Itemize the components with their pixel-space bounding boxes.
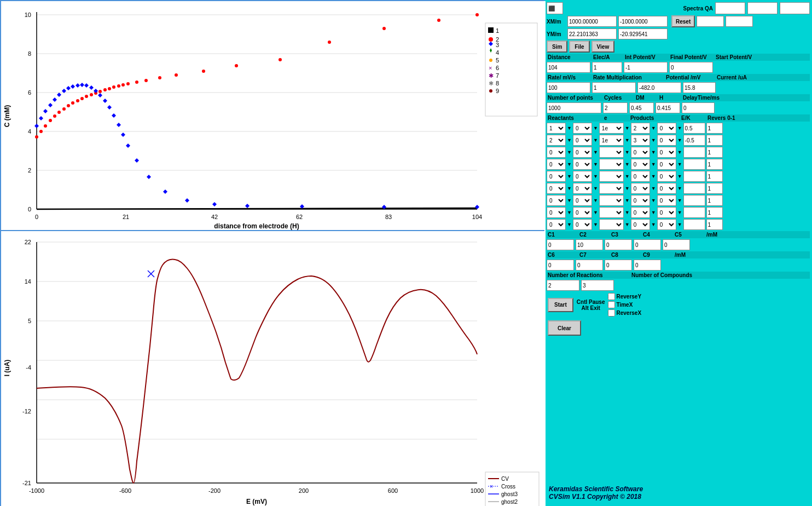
- icon-input[interactable]: [547, 2, 563, 14]
- r7-rev-input[interactable]: [706, 195, 723, 206]
- r9-ek-input[interactable]: [683, 219, 705, 230]
- clear-button[interactable]: Clear: [548, 320, 581, 336]
- current-input[interactable]: 15.8: [683, 82, 716, 93]
- r6-p1-select[interactable]: 0: [631, 183, 650, 194]
- spectra-qa-input1[interactable]: [715, 2, 745, 14]
- h-input[interactable]: 0.415: [656, 102, 680, 113]
- c2-input[interactable]: [576, 239, 603, 250]
- num-compounds-input[interactable]: 3: [581, 280, 614, 291]
- r1-p1-select[interactable]: 2013: [631, 123, 650, 134]
- r8-r1-select[interactable]: 0: [547, 207, 566, 218]
- ym-input1[interactable]: 22.2101363: [567, 28, 617, 39]
- r9-rev-input[interactable]: [706, 219, 723, 230]
- r8-ek-input[interactable]: [683, 207, 705, 218]
- r8-p1-select[interactable]: 0: [631, 207, 650, 218]
- c9-input[interactable]: [634, 260, 661, 271]
- num-reactions-input[interactable]: 2: [547, 280, 579, 291]
- r9-e-select[interactable]: [599, 219, 624, 230]
- file-button[interactable]: File: [569, 41, 589, 53]
- r4-r2-select[interactable]: 0: [573, 159, 592, 170]
- r8-r2-select[interactable]: 0: [573, 207, 592, 218]
- r4-e-select[interactable]: [599, 159, 624, 170]
- r4-rev-input[interactable]: [706, 159, 723, 170]
- xm-input1[interactable]: 1000.00000: [567, 16, 617, 27]
- r3-ek-input[interactable]: [683, 147, 705, 158]
- reverse-y-checkbox[interactable]: [608, 293, 615, 300]
- r1-p2-select[interactable]: 012: [657, 123, 676, 134]
- r2-r1-select[interactable]: 2013: [547, 135, 566, 146]
- r5-e-select[interactable]: [599, 171, 624, 182]
- r3-rev-input[interactable]: [706, 147, 723, 158]
- rate-input[interactable]: 100: [547, 82, 590, 93]
- ym-input2[interactable]: -20.929541: [618, 28, 668, 39]
- num-points-input[interactable]: 1000: [547, 102, 601, 113]
- r7-p2-select[interactable]: 0: [657, 195, 676, 206]
- r2-p2-select[interactable]: 012: [657, 135, 676, 146]
- c1-input[interactable]: [547, 239, 574, 250]
- r6-e-select[interactable]: [599, 183, 624, 194]
- r2-ek-input[interactable]: [683, 135, 705, 146]
- r7-ek-input[interactable]: [683, 195, 705, 206]
- view-button[interactable]: View: [591, 41, 615, 53]
- r5-rev-input[interactable]: [706, 171, 723, 182]
- sim-button[interactable]: Sim: [547, 41, 567, 53]
- xm-input2[interactable]: -1000.0000: [618, 16, 668, 27]
- r4-p1-select[interactable]: 0: [631, 159, 650, 170]
- elec-a-input[interactable]: 1: [592, 62, 622, 73]
- r7-e-select[interactable]: [599, 195, 624, 206]
- r4-r1-select[interactable]: 0: [547, 159, 566, 170]
- r9-r2-select[interactable]: 0: [573, 219, 592, 230]
- c4-input[interactable]: [634, 239, 661, 250]
- r7-r2-select[interactable]: 0: [573, 195, 592, 206]
- reverse-x-checkbox[interactable]: [608, 309, 615, 317]
- r9-p2-select[interactable]: 0: [657, 219, 676, 230]
- r5-p1-select[interactable]: 0: [631, 171, 650, 182]
- c6-input[interactable]: [547, 260, 574, 271]
- spectra-qa-input2[interactable]: [747, 2, 778, 14]
- distance-input[interactable]: 104: [547, 62, 590, 73]
- r6-ek-input[interactable]: [683, 183, 705, 194]
- r9-p1-select[interactable]: 0: [631, 219, 650, 230]
- r1-r2-select[interactable]: 012: [573, 123, 592, 134]
- c8-input[interactable]: [605, 260, 632, 271]
- r9-r1-select[interactable]: 0: [547, 219, 566, 230]
- start-button[interactable]: Start: [548, 298, 573, 312]
- r5-r2-select[interactable]: 0: [573, 171, 592, 182]
- r5-p2-select[interactable]: 0: [657, 171, 676, 182]
- r1-r1-select[interactable]: 1023: [547, 123, 566, 134]
- spectra-qa-input3[interactable]: [780, 2, 810, 14]
- potential-input[interactable]: -482.0: [637, 82, 681, 93]
- r4-p2-select[interactable]: 0: [657, 159, 676, 170]
- r6-r1-select[interactable]: 0: [547, 183, 566, 194]
- r8-rev-input[interactable]: [706, 207, 723, 218]
- r3-e-select[interactable]: [599, 147, 624, 158]
- r8-e-select[interactable]: [599, 207, 624, 218]
- r1-rev-input[interactable]: [706, 123, 723, 134]
- r3-p1-select[interactable]: 0: [631, 147, 650, 158]
- c3-input[interactable]: [605, 239, 632, 250]
- r7-r1-select[interactable]: 0: [547, 195, 566, 206]
- int-potent-input[interactable]: -1: [624, 62, 668, 73]
- dm-input[interactable]: 0.45: [629, 102, 654, 113]
- cycles-input[interactable]: 2: [603, 102, 628, 113]
- r2-rev-input[interactable]: [706, 135, 723, 146]
- r3-p2-select[interactable]: 0: [657, 147, 676, 158]
- r1-ek-input[interactable]: [683, 123, 705, 134]
- c7-input[interactable]: [576, 260, 603, 271]
- reset-button[interactable]: Reset: [671, 15, 695, 27]
- extra-input1[interactable]: [697, 16, 724, 27]
- time-x-checkbox[interactable]: [608, 301, 615, 308]
- r1-e-select[interactable]: 1e2e: [599, 123, 624, 134]
- r8-p2-select[interactable]: 0: [657, 207, 676, 218]
- r5-r1-select[interactable]: 0: [547, 171, 566, 182]
- rate-mult-input[interactable]: 1: [592, 82, 636, 93]
- r5-ek-input[interactable]: [683, 171, 705, 182]
- r6-p2-select[interactable]: 0: [657, 183, 676, 194]
- r3-r2-select[interactable]: 0: [573, 147, 592, 158]
- delaytime-input[interactable]: 0: [682, 102, 715, 113]
- r6-rev-input[interactable]: [706, 183, 723, 194]
- r2-p1-select[interactable]: 3012: [631, 135, 650, 146]
- extra-input2[interactable]: [726, 16, 753, 27]
- r3-r1-select[interactable]: 0: [547, 147, 566, 158]
- r2-r2-select[interactable]: 012: [573, 135, 592, 146]
